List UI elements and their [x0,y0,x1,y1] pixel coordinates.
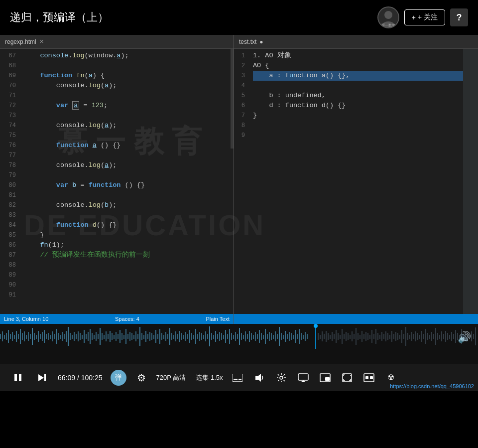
svg-rect-175 [346,332,347,341]
svg-rect-212 [419,335,420,339]
svg-rect-101 [193,335,194,339]
svg-rect-167 [330,335,331,339]
volume-icon[interactable]: 🔊 [458,331,471,344]
svg-rect-168 [332,332,333,341]
svg-rect-112 [215,331,216,342]
editor-tab-left: regexp.html ✕ [0,35,234,49]
svg-rect-244 [44,374,46,381]
editor-right: test.txt ● 12345 6789 1. AO 对象 AO { a : … [234,35,478,324]
airplay-button[interactable] [296,371,310,385]
svg-marker-243 [38,374,44,381]
svg-rect-161 [318,333,319,340]
more-button[interactable] [362,371,376,385]
svg-rect-68 [127,334,128,339]
volume-button[interactable] [252,371,266,385]
svg-rect-99 [189,330,190,343]
svg-rect-169 [334,334,335,339]
right-code-area: 12345 6789 1. AO 对象 AO { a : function a(… [234,49,478,143]
code-line [24,111,230,121]
waveform-svg [0,324,478,349]
close-tab-right[interactable]: ● [259,38,263,45]
svg-rect-192 [379,335,380,339]
svg-rect-132 [255,332,256,341]
svg-rect-188 [371,330,372,343]
svg-rect-197 [389,335,390,339]
pause-button[interactable] [10,370,26,386]
header: 递归，预编译（上） 源一数教 + + 关注 ? [0,0,478,35]
svg-rect-224 [443,334,444,339]
next-button[interactable] [34,370,50,386]
svg-rect-96 [183,335,184,339]
svg-rect-65 [121,333,122,340]
right-code-line [253,121,474,131]
svg-rect-24 [40,334,41,339]
svg-rect-225 [445,331,446,342]
settings-button[interactable] [274,371,288,385]
svg-rect-126 [243,335,244,339]
svg-rect-189 [373,334,374,339]
code-line [24,280,230,290]
airplay-icon [298,373,309,382]
svg-rect-138 [267,334,268,339]
svg-rect-47 [86,334,87,339]
svg-rect-71 [133,335,134,339]
code-line [24,91,230,101]
total-time: 100:25 [81,374,103,382]
left-scroll-indicator[interactable] [231,49,234,149]
svg-rect-59 [110,331,111,342]
follow-button[interactable]: + + 关注 [404,9,445,25]
svg-rect-213 [421,331,422,342]
subtitles-button[interactable] [231,371,244,385]
svg-rect-220 [435,328,436,345]
right-code-line [253,131,474,141]
editor-area: regexp.html ✕ 6768697071 7273747576 7778… [0,35,478,324]
right-code-line-highlighted: a : function a() {}, [253,71,474,81]
svg-rect-17 [26,335,27,339]
svg-rect-5 [2,331,3,341]
svg-rect-198 [391,331,392,342]
svg-rect-75 [141,333,142,340]
pause-icon [13,373,22,382]
svg-rect-54 [100,328,101,345]
svg-rect-27 [46,334,47,339]
svg-rect-64 [120,330,120,343]
svg-rect-74 [139,327,140,346]
svg-rect-36 [64,334,65,339]
svg-rect-84 [159,329,160,344]
svg-rect-11 [14,335,15,339]
svg-rect-170 [336,330,337,343]
code-line: function fn(a) { [24,71,230,81]
code-line: var b = function () {} [24,180,230,190]
svg-rect-4 [0,334,1,339]
code-line: } [24,230,230,240]
svg-rect-83 [157,334,158,339]
svg-rect-95 [181,333,182,340]
danmaku-settings-button[interactable]: ⚙ [134,371,148,385]
svg-rect-215 [425,329,426,344]
svg-rect-73 [137,334,138,339]
svg-rect-120 [231,333,232,340]
current-time: 66:09 [58,374,75,382]
time-separator: / [77,374,81,382]
pip-button[interactable] [318,371,332,385]
status-right-info [238,316,239,322]
svg-rect-56 [104,335,105,339]
svg-rect-20 [32,328,33,345]
svg-rect-79 [149,332,150,341]
svg-rect-217 [429,335,430,339]
svg-rect-69 [129,332,130,341]
code-line [24,150,230,160]
svg-rect-42 [76,334,77,339]
help-button[interactable]: ? [450,8,468,26]
svg-rect-53 [98,334,99,339]
svg-rect-103 [197,334,198,339]
fullscreen-button[interactable] [340,371,354,385]
waveform-container[interactable]: 🔊 [0,324,478,351]
bullet-chat-button[interactable]: 弹 [111,370,126,386]
svg-rect-81 [153,335,154,339]
fullscreen-icon [342,373,352,382]
svg-rect-139 [269,332,270,341]
right-code-line: d : function d() {} [253,101,474,111]
svg-rect-181 [358,333,358,340]
close-tab-left[interactable]: ✕ [39,38,44,45]
